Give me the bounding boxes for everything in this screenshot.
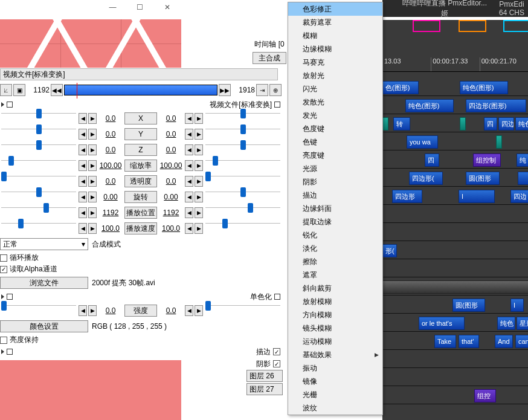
playspeed-l-val[interactable]: 100.0 [98,224,123,233]
menu-item-1[interactable]: 裁剪遮罩 [288,16,382,29]
clip[interactable]: 纯色 [497,317,515,330]
clip[interactable] [518,172,528,185]
menu-item-19[interactable]: 擦除 [288,255,382,268]
clip[interactable]: 纯色(图形) [460,81,508,94]
frame-aux-1[interactable]: ⇥ [256,84,268,96]
shadow-check[interactable]: ✓ [273,360,280,367]
layer-26-tab[interactable]: 图层 26 [246,370,283,382]
task-item-2[interactable]: PmxEdi [499,0,524,8]
clip[interactable]: 组控 [474,389,496,402]
layer-27-tab[interactable]: 图层 27 [246,383,283,395]
intensity-r-val[interactable]: 0.0 [158,306,184,315]
clip[interactable]: 纯色(图形) [405,99,454,112]
intensity-slider-left[interactable] [1,305,76,316]
playpos-slider-left[interactable] [1,207,76,218]
frame-next-button[interactable]: ▶▶ [219,84,231,96]
intensity-button[interactable]: 强度 [124,305,157,317]
menu-item-8[interactable]: 发光 [288,109,382,122]
menu-item-29[interactable]: 光栅 [288,388,382,401]
marker-pink[interactable] [413,20,440,32]
toggle-icon-3[interactable] [7,349,13,355]
y-button[interactable]: Y [124,128,157,140]
menu-item-11[interactable]: 亮度键 [288,149,382,162]
clip[interactable]: Take [434,335,456,348]
opacity-l-val[interactable]: 0.0 [98,177,123,186]
clip[interactable]: that' [459,335,479,348]
scale-r-val[interactable]: 100.00 [158,161,184,170]
playspeed-slider-left[interactable] [1,223,76,234]
y-r-val[interactable]: 0.0 [158,130,184,138]
menu-item-5[interactable]: 放射光 [288,69,382,82]
menu-item-26[interactable]: 基础效果 [288,348,382,361]
scale-slider-right[interactable] [205,160,280,171]
clip[interactable]: 色(图形) [382,81,419,94]
z-l-val[interactable]: 0.0 [98,146,123,154]
clip[interactable] [382,117,388,131]
x-r-dec[interactable]: ◀ [185,113,193,124]
clip[interactable]: 组控制 [473,153,501,167]
menu-item-28[interactable]: 镜像 [288,375,382,388]
menu-item-25[interactable]: 运动模糊 [288,335,382,348]
clip[interactable] [460,117,466,131]
opacity-slider-left[interactable] [1,176,76,187]
playspeed-r-val[interactable]: 100.0 [158,224,184,233]
clip[interactable]: 四边形(图形) [466,99,526,112]
z-slider-right[interactable] [205,144,280,155]
scale-button[interactable]: 缩放率 [124,160,157,172]
clip[interactable]: 转 [393,117,410,131]
tool-b-button[interactable]: ▣ [13,84,25,96]
menu-item-12[interactable]: 光源 [288,162,382,175]
expand-icon-3[interactable] [1,349,4,354]
menu-item-23[interactable]: 方向模糊 [288,308,382,321]
clip[interactable] [382,280,528,294]
frame-slider[interactable] [64,85,217,95]
x-slider-left[interactable] [1,113,76,124]
x-button[interactable]: X [124,112,157,124]
menu-item-9[interactable]: 色度键 [288,122,382,135]
menu-item-15[interactable]: 边缘斜面 [288,202,382,215]
menu-item-18[interactable]: 淡化 [288,242,382,255]
task-item-1[interactable]: 哔哩哔哩直播 PmxEditor... [402,0,487,8]
menu-item-16[interactable]: 提取边缘 [288,215,382,228]
clip[interactable]: 四 [425,153,439,167]
clip[interactable]: 形( [382,244,397,257]
expand-icon-1[interactable] [1,102,4,107]
menu-item-22[interactable]: 放射模糊 [288,295,382,308]
toggle-icon-1[interactable] [7,102,13,108]
timeline-ruler[interactable]: 13.03 00:00:17.33 00:00:21.70 [382,57,528,72]
task-item-2b[interactable]: 64 CHS [499,8,524,17]
clip[interactable]: 四边 [498,117,514,131]
x-l-val[interactable]: 0.0 [98,114,123,123]
rotate-button[interactable]: 旋转 [124,191,157,203]
menu-item-24[interactable]: 镜头模糊 [288,321,382,335]
menu-item-7[interactable]: 发散光 [288,95,382,109]
playpos-button[interactable]: 播放位置 [124,207,157,219]
task-item-1b[interactable]: 姬 [402,8,487,19]
expand-icon-2[interactable] [1,294,4,299]
playpos-r-val[interactable]: 1192 [158,208,184,217]
minimize-button[interactable]: — [99,0,126,15]
clip[interactable]: or le that's [419,317,465,330]
menu-item-10[interactable]: 色键 [288,135,382,149]
menu-item-0[interactable]: 色彩修正 [288,2,382,16]
intensity-slider-right[interactable] [205,305,280,316]
x-slider-right[interactable] [205,113,280,124]
playpos-l-val[interactable]: 1192 [98,208,123,217]
clip[interactable]: 四边形( [409,172,443,185]
y-l-val[interactable]: 0.0 [98,130,123,138]
z-r-val[interactable]: 0.0 [158,146,184,154]
menu-item-20[interactable]: 遮罩 [288,268,382,282]
x-r-val[interactable]: 0.0 [158,114,184,123]
y-slider-right[interactable] [205,129,280,140]
marker-orange[interactable] [459,20,486,32]
x-l-dec[interactable]: ◀ [79,113,87,124]
clip[interactable]: you wa [407,135,438,149]
scale-slider-left[interactable] [1,160,76,171]
clip[interactable]: can [515,335,528,348]
clip[interactable]: 圆(图形 [452,299,485,312]
opacity-r-val[interactable]: 0.0 [158,177,184,186]
clip[interactable]: 四边形 [392,190,422,203]
clip[interactable]: 纯色 [515,117,528,131]
clip[interactable]: 四边 [510,190,528,203]
frame-aux-2[interactable]: ⊕ [269,84,282,96]
